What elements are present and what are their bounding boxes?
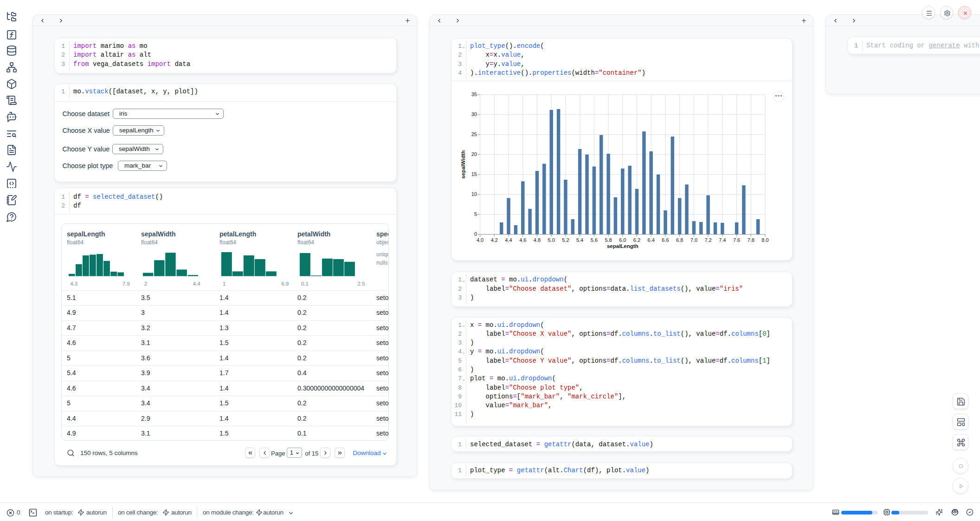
svg-text:sepalWidth: sepalWidth — [460, 150, 466, 179]
svg-text:8.0: 8.0 — [761, 237, 768, 243]
svg-text:10: 10 — [471, 191, 477, 197]
svg-text:30: 30 — [471, 111, 477, 117]
svg-text:4.6: 4.6 — [519, 237, 526, 243]
svg-text:25: 25 — [471, 131, 477, 137]
svg-text:6.0: 6.0 — [619, 237, 626, 243]
svg-text:6.2: 6.2 — [633, 237, 640, 243]
svg-text:4.4: 4.4 — [505, 237, 512, 243]
svg-text:4.2: 4.2 — [491, 237, 498, 243]
svg-text:6.8: 6.8 — [676, 237, 683, 243]
svg-text:5.2: 5.2 — [562, 237, 569, 243]
svg-text:5.6: 5.6 — [591, 237, 598, 243]
svg-text:5.4: 5.4 — [576, 237, 583, 243]
svg-text:6.6: 6.6 — [662, 237, 669, 243]
svg-text:7.6: 7.6 — [733, 237, 740, 243]
svg-text:7.8: 7.8 — [748, 237, 754, 243]
svg-text:5.8: 5.8 — [605, 237, 612, 243]
svg-text:7.4: 7.4 — [719, 237, 726, 243]
svg-text:0: 0 — [474, 231, 477, 237]
svg-text:7.0: 7.0 — [690, 237, 697, 243]
svg-text:7.2: 7.2 — [704, 237, 711, 243]
svg-text:5: 5 — [474, 211, 477, 217]
svg-text:15: 15 — [471, 171, 477, 177]
svg-text:4.8: 4.8 — [534, 237, 541, 243]
svg-text:6.4: 6.4 — [648, 237, 655, 243]
svg-text:5.0: 5.0 — [548, 237, 555, 243]
svg-text:35: 35 — [471, 91, 477, 97]
svg-text:4.0: 4.0 — [477, 237, 484, 243]
svg-text:sepalLength: sepalLength — [607, 243, 638, 249]
svg-text:20: 20 — [471, 151, 477, 157]
